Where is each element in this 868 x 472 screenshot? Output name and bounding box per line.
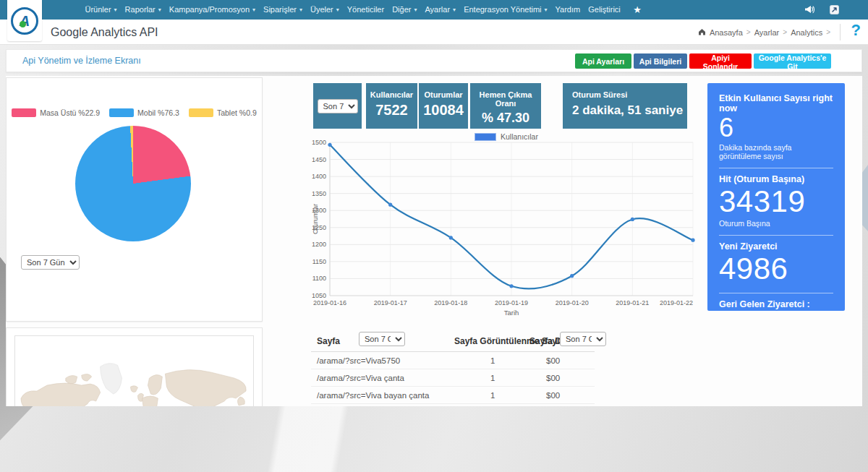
announcements-megaphone-icon[interactable] — [804, 5, 815, 14]
svg-text:Oturumlar: Oturumlar — [311, 204, 319, 234]
api-info-button[interactable]: Api Bilgileri — [634, 53, 687, 69]
divider — [719, 235, 833, 236]
line-chart-legend: Kullanıcılar — [311, 132, 702, 141]
app-window: Ürünler▾ Raporlar▾ Kampanya/Promosyon▾ S… — [0, 0, 868, 472]
api-terminate-button[interactable]: Apiyi Sonlandır — [689, 53, 752, 69]
breadcrumb-ayarlar[interactable]: Ayarlar — [754, 28, 780, 37]
main-content: Masa Üstü %22.9 Mobil %76.3 Tablet %0.9 … — [6, 76, 862, 406]
hits-label: Hit (Oturum Başına) — [719, 174, 833, 184]
section-subtitle: Api Yönetim ve İzleme Ekranı — [22, 50, 141, 72]
caret-down-icon: ▾ — [453, 0, 456, 20]
home-icon — [698, 28, 706, 37]
nav-item-ayarlar[interactable]: Ayarlar▾ — [421, 0, 460, 20]
stat-sessions: Oturumlar 10084 — [419, 83, 468, 129]
pages-table: Sayfa Son 7 Gün Sayfa Görüntülenme Sayıs… — [311, 327, 595, 406]
caret-down-icon: ▾ — [545, 0, 548, 20]
svg-text:2019-01-19: 2019-01-19 — [495, 299, 528, 306]
stat-users: Kullanıcılar 7522 — [366, 83, 417, 129]
svg-text:2019-01-17: 2019-01-17 — [374, 299, 407, 306]
caret-down-icon: ▾ — [252, 0, 255, 20]
background-streak — [0, 399, 687, 472]
svg-text:2019-01-22: 2019-01-22 — [660, 299, 693, 306]
favorites-star-icon[interactable]: ★ — [633, 4, 642, 15]
nav-item-uyeler[interactable]: Üyeler▾ — [306, 0, 343, 20]
stats-period-select[interactable]: Son 7 Gün — [318, 99, 358, 113]
returning-visitors-value: 3334 — [719, 309, 833, 311]
table-period-select-1[interactable]: Son 7 Gün — [359, 332, 405, 346]
pie-legend: Masa Üstü %22.9 Mobil %76.3 Tablet %0.9 — [7, 108, 262, 117]
external-link-icon[interactable] — [830, 5, 839, 14]
caret-down-icon: ▾ — [299, 0, 302, 20]
svg-text:1450: 1450 — [312, 156, 326, 163]
svg-text:1100: 1100 — [312, 275, 326, 282]
new-visitors-label: Yeni Ziyaretci — [719, 241, 833, 252]
active-users-label: Etkin Kullanıcı Sayısı right now — [719, 93, 833, 113]
line-chart-plot: 1050110011501200125013001350140014501500… — [311, 132, 702, 326]
nav-item-siparisler[interactable]: Siparişler▾ — [260, 0, 307, 20]
legend-swatch-mobile — [109, 108, 134, 117]
caret-down-icon: ▾ — [114, 0, 117, 20]
divider — [719, 168, 833, 168]
breadcrumb-analytics[interactable]: Analytics — [791, 28, 822, 37]
top-navbar: Ürünler▾ Raporlar▾ Kampanya/Promosyon▾ S… — [0, 0, 868, 20]
hits-value: 34319 — [719, 184, 833, 218]
geo-map-card — [6, 327, 263, 406]
table-row: /arama/?src=Viva5750 1 $00 — [311, 352, 595, 369]
table-row: /arama/?src=Viva çanta 1 $00 — [311, 369, 595, 387]
api-toolbar: Api Yönetim ve İzleme Ekranı Api Ayarlar… — [6, 49, 862, 72]
stat-bounce-rate: Hemen Çıkma Oranı % 47.30 — [470, 83, 541, 129]
nav-item-yoneticiler[interactable]: Yöneticiler — [343, 0, 388, 20]
caret-down-icon: ▾ — [336, 0, 339, 20]
logo-circle-icon: A — [11, 7, 38, 35]
new-visitors-value: 4986 — [719, 252, 833, 286]
svg-text:2019-01-16: 2019-01-16 — [313, 299, 346, 306]
legend-item-mobile: Mobil %76.3 — [109, 108, 179, 117]
pie-period-select[interactable]: Son 7 Gün — [21, 255, 80, 270]
col-header-sayfa: Sayfa — [317, 336, 340, 346]
stats-period-box: Son 7 Gün — [313, 83, 362, 129]
main-menu: Ürünler▾ Raporlar▾ Kampanya/Promosyon▾ S… — [81, 0, 642, 20]
goto-google-analytics-button[interactable]: Google Analytics'e Git — [754, 53, 831, 69]
legend-item-desktop: Masa Üstü %22.9 — [12, 108, 100, 117]
page-title: Google Analytics API — [51, 20, 158, 45]
svg-text:1400: 1400 — [312, 173, 326, 180]
caret-down-icon: ▾ — [414, 0, 417, 20]
returning-visitors-label: Geri Gelen Ziyaretci : — [719, 299, 833, 309]
svg-text:2019-01-21: 2019-01-21 — [616, 299, 649, 306]
page-header: Google Analytics API Anasayfa > Ayarlar … — [0, 20, 868, 45]
legend-swatch-desktop — [12, 108, 36, 117]
nav-item-raporlar[interactable]: Raporlar▾ — [121, 0, 165, 20]
nav-item-gelistirici[interactable]: Geliştirici — [584, 0, 625, 20]
help-button[interactable]: ? — [851, 21, 861, 40]
breadcrumb-anasayfa[interactable]: Anasayfa — [710, 28, 743, 37]
svg-text:2019-01-18: 2019-01-18 — [434, 299, 467, 306]
sessions-line-chart: 1050110011501200125013001350140014501500… — [311, 132, 702, 326]
nav-item-kampanya[interactable]: Kampanya/Promosyon▾ — [165, 0, 259, 20]
nav-item-yardim[interactable]: Yardım — [551, 0, 584, 20]
legend-swatch-tablet — [189, 108, 213, 117]
active-users-value: 6 — [719, 113, 833, 142]
svg-text:1050: 1050 — [312, 292, 326, 299]
svg-text:2019-01-20: 2019-01-20 — [556, 299, 589, 306]
divider — [840, 24, 841, 40]
nav-item-entegrasyon[interactable]: Entegrasyon Yönetimi▾ — [460, 0, 551, 20]
caret-down-icon: ▾ — [158, 0, 161, 20]
nav-item-urunler[interactable]: Ürünler▾ — [81, 0, 121, 20]
nav-item-diger[interactable]: Diğer▾ — [388, 0, 421, 20]
breadcrumb: Anasayfa > Ayarlar > Analytics > — [698, 20, 830, 45]
stat-session-duration: Oturum Süresi 2 dakika, 51 saniye — [563, 83, 687, 129]
table-row: /arama/?src=Viva bayan çanta 1 $00 — [311, 387, 595, 404]
world-map — [14, 335, 254, 406]
svg-text:1200: 1200 — [312, 241, 326, 248]
legend-swatch-users — [475, 133, 496, 141]
legend-item-tablet: Tablet %0.9 — [189, 108, 257, 117]
divider — [719, 293, 833, 293]
app-logo[interactable]: A — [7, 0, 42, 41]
device-pie-chart — [75, 126, 191, 241]
realtime-panel: Etkin Kullanıcı Sayısı right now 6 Dakik… — [707, 83, 845, 311]
api-settings-button[interactable]: Api Ayarları — [575, 53, 631, 69]
table-period-select-2[interactable]: Son 7 Gün — [560, 332, 606, 346]
device-share-card: Masa Üstü %22.9 Mobil %76.3 Tablet %0.9 … — [6, 77, 263, 322]
svg-text:Tarih: Tarih — [504, 309, 519, 317]
svg-text:1150: 1150 — [312, 258, 326, 265]
